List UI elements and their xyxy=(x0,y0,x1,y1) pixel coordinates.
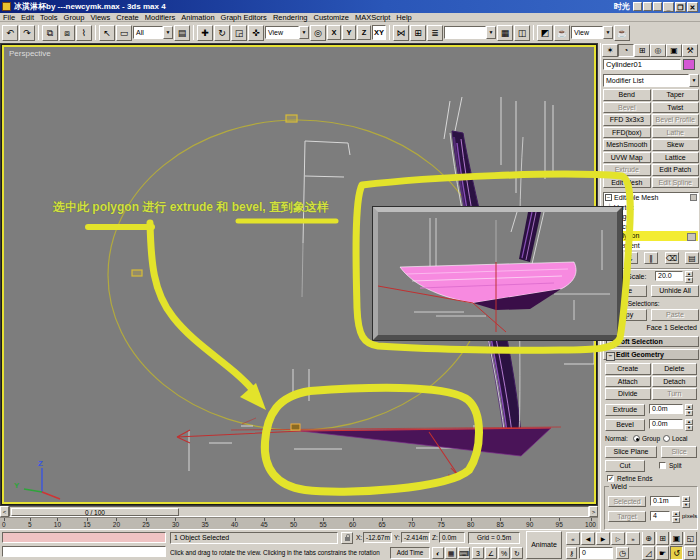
refine-ends-label[interactable]: Refine Ends xyxy=(617,475,652,482)
menu-item-8[interactable]: Graph Editors xyxy=(218,13,270,22)
maxscript-mini-listener-pink[interactable] xyxy=(2,532,166,543)
menu-item-4[interactable]: Views xyxy=(87,13,113,22)
render-scene-icon[interactable]: ☕ xyxy=(554,25,570,41)
group-radio-label[interactable]: Group xyxy=(642,435,660,442)
unlink-selection-icon[interactable]: ⧈ xyxy=(59,25,75,41)
z-coord-field[interactable]: 0.0m xyxy=(439,532,465,543)
paste-button[interactable]: Paste xyxy=(651,309,699,321)
menu-item-6[interactable]: Modifiers xyxy=(142,13,178,22)
align-icon[interactable]: ≣ xyxy=(427,25,443,41)
key-mode-icon[interactable]: ⚷ xyxy=(566,547,577,559)
menu-item-10[interactable]: Customize xyxy=(310,13,351,22)
go-to-start-button[interactable]: « xyxy=(566,532,580,545)
chevron-down-icon[interactable]: ▼ xyxy=(299,26,309,39)
menu-item-0[interactable]: File xyxy=(0,13,18,22)
select-object-icon[interactable]: ↖ xyxy=(99,25,115,41)
mbtn-0[interactable]: Bend xyxy=(603,89,651,101)
remove-modifier-icon[interactable]: ⌫ xyxy=(665,252,679,264)
selection-lock-icon[interactable] xyxy=(341,532,353,544)
keyboard-shortcut-toggle-icon[interactable]: ⌨ xyxy=(458,547,470,559)
field-of-view-icon[interactable]: ◿ xyxy=(642,546,655,560)
object-name-field[interactable] xyxy=(603,59,681,70)
schematic-view-icon[interactable]: ◫ xyxy=(514,25,530,41)
viewport-label[interactable]: Perspective xyxy=(9,49,51,58)
snap-3d-icon[interactable]: 3 xyxy=(472,547,484,559)
menu-item-9[interactable]: Rendering xyxy=(270,13,311,22)
mbtn-1[interactable]: Taper xyxy=(652,89,700,101)
select-by-name-icon[interactable]: ▤ xyxy=(174,25,190,41)
weld-target-button[interactable]: Target xyxy=(608,511,646,522)
tab-display[interactable]: ▣ xyxy=(666,44,682,57)
mbtn-4[interactable]: Divide xyxy=(605,388,651,400)
tab-utilities[interactable]: ⚒ xyxy=(682,44,698,57)
named-selection-sets-dropdown[interactable]: ▼ xyxy=(444,26,496,39)
select-and-link-icon[interactable]: ⧉ xyxy=(42,25,58,41)
mbtn-3[interactable]: Twist xyxy=(652,102,700,114)
current-frame-field[interactable]: 0 xyxy=(579,547,613,559)
group-radio[interactable] xyxy=(633,435,640,442)
time-config-icon[interactable]: ◷ xyxy=(616,547,629,559)
restrict-xy-button[interactable]: XY xyxy=(372,25,386,40)
chevron-down-icon[interactable]: ▼ xyxy=(603,26,613,39)
go-to-end-button[interactable]: » xyxy=(626,532,640,545)
min-max-toggle-icon[interactable]: ⊡ xyxy=(684,546,697,560)
redo-icon[interactable]: ↷ xyxy=(19,25,35,41)
chevron-down-icon[interactable]: ▼ xyxy=(689,74,699,87)
edit-geometry-rollout[interactable]: Edit Geometry xyxy=(603,349,699,360)
mbtn-5[interactable]: Turn xyxy=(652,388,698,400)
zoom-extents-icon[interactable]: ▣ xyxy=(670,531,683,545)
extrude-spinner[interactable]: ▲▼ xyxy=(685,404,693,414)
scale-spinner[interactable]: ▲▼ xyxy=(685,271,693,281)
local-radio-label[interactable]: Local xyxy=(672,435,688,442)
y-coord-field[interactable]: -2.414m xyxy=(401,532,430,543)
mbtn-2[interactable]: Bevel xyxy=(603,102,651,114)
extrude-button[interactable]: Extrude xyxy=(605,404,645,416)
crossing-toggle-icon[interactable]: ◐ xyxy=(432,547,444,559)
split-checkbox[interactable] xyxy=(659,462,666,469)
weld-target-field[interactable]: 4 xyxy=(650,511,670,521)
title-bar[interactable]: 冰淇淋杯by ---newcymk.max - 3ds max 4 时光 _ ❐… xyxy=(0,0,700,13)
tab-hierarchy[interactable]: ⊞ xyxy=(634,44,650,57)
restrict-z-button[interactable]: Z xyxy=(357,25,371,40)
array-icon[interactable]: ⊞ xyxy=(410,25,426,41)
zoom-extents-all-icon[interactable]: ◱ xyxy=(684,531,697,545)
next-frame-arrow[interactable]: > xyxy=(589,506,598,517)
tab-modify[interactable]: ◔ xyxy=(618,44,634,57)
object-color-swatch[interactable] xyxy=(683,59,695,70)
bevel-spinner[interactable]: ▲▼ xyxy=(685,419,693,429)
select-and-rotate-icon[interactable]: ↻ xyxy=(214,25,230,41)
mbtn-0[interactable]: Create xyxy=(605,363,651,375)
weld-selected-button[interactable]: Selected xyxy=(608,496,646,507)
play-button[interactable]: ▶ xyxy=(596,532,610,545)
mbtn-2[interactable]: Attach xyxy=(605,376,651,388)
mbtn-7[interactable]: Lathe xyxy=(652,127,700,139)
modifier-list-dropdown[interactable]: Modifier List▼ xyxy=(603,74,699,87)
maxscript-mini-listener-white[interactable] xyxy=(2,546,166,557)
local-radio[interactable] xyxy=(663,435,670,442)
previous-frame-button[interactable]: ◀ xyxy=(581,532,595,545)
mbtn-4[interactable]: FFD 3x3x3 xyxy=(603,114,651,126)
previous-frame-arrow[interactable]: < xyxy=(0,506,9,517)
material-editor-icon[interactable]: ◩ xyxy=(537,25,553,41)
mbtn-3[interactable]: Detach xyxy=(652,376,698,388)
use-center-icon[interactable]: ◎ xyxy=(310,25,326,41)
make-unique-icon[interactable]: ∥ xyxy=(644,252,658,264)
expand-icon[interactable]: − xyxy=(605,194,612,201)
mbtn-5[interactable]: Bevel Profile xyxy=(652,114,700,126)
time-slider-track[interactable]: 0 / 100 xyxy=(9,506,589,517)
selection-filter-dropdown[interactable]: All▼ xyxy=(133,26,173,39)
mirror-icon[interactable]: ⋈ xyxy=(393,25,409,41)
mbtn-1[interactable]: Delete xyxy=(652,363,698,375)
restrict-x-button[interactable]: X xyxy=(327,25,341,40)
x-coord-field[interactable]: -12.67m xyxy=(363,532,392,543)
cut-button[interactable]: Cut xyxy=(605,460,645,472)
unhide-all-button[interactable]: Unhide All xyxy=(651,285,699,297)
spinner-snap-icon[interactable]: ↻ xyxy=(511,547,523,559)
chevron-down-icon[interactable]: ▼ xyxy=(163,26,173,39)
menu-item-2[interactable]: Tools xyxy=(37,13,61,22)
chevron-down-icon[interactable]: ▼ xyxy=(486,26,496,39)
angle-snap-icon[interactable]: ∠ xyxy=(485,547,497,559)
menu-item-7[interactable]: Animation xyxy=(178,13,217,22)
weld-threshold-spinner[interactable]: ▲▼ xyxy=(682,496,690,506)
zoom-all-icon[interactable]: ⊞ xyxy=(656,531,669,545)
